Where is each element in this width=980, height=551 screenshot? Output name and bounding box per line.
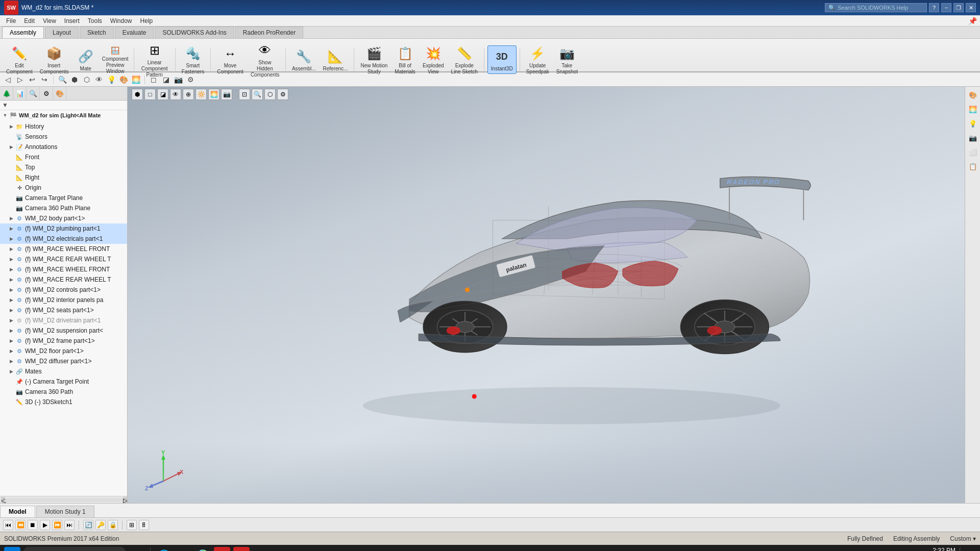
tree-item-plumbing[interactable]: ▶ ⚙ (f) WM_D2 plumbing part<1 — [0, 223, 127, 234]
tree-item-origin[interactable]: ✛ Origin — [0, 183, 127, 193]
drive-expand[interactable]: ▶ — [8, 317, 14, 323]
anim-key[interactable]: 🔑 — [95, 520, 106, 530]
show-hidden-button[interactable]: 👁 Show HiddenComponents — [248, 40, 282, 80]
render-mode-btn[interactable]: 🔆 — [195, 89, 207, 100]
update-speedpak-button[interactable]: ⚡ UpdateSpeedpak — [523, 43, 552, 77]
tree-item-cam-360-path[interactable]: 📷 Camera 360 Path — [0, 387, 127, 397]
taskbar-explorer[interactable]: 📁 — [175, 547, 191, 551]
menu-view[interactable]: View — [39, 16, 60, 26]
config-tab[interactable]: ⚙ — [40, 87, 53, 100]
close-button[interactable]: ✕ — [966, 3, 976, 12]
sk-expand[interactable] — [8, 399, 14, 405]
scene-btn-rt[interactable]: 🌅 — [967, 103, 979, 115]
taskbar-clock[interactable]: 2:32 PM 1/9/2017 — [932, 547, 955, 551]
taskbar-network[interactable]: 📶 — [891, 547, 907, 551]
ctp-expand[interactable] — [8, 379, 14, 385]
model-tab[interactable]: Model — [0, 506, 35, 517]
tree-item-sensors[interactable]: 📡 Sensors — [0, 132, 127, 142]
appearance-btn[interactable]: 🎨 — [118, 74, 129, 85]
viewport[interactable]: ⬢ □ ◪ 👁 ⊕ 🔆 🌅 📷 ⊡ 🔍 ⬡ ⚙ — [128, 87, 965, 503]
tab-solidworks-addins[interactable]: SOLIDWORKS Add-Ins — [155, 27, 234, 38]
scene-bg-btn[interactable]: 🌅 — [208, 89, 219, 100]
scroll-right[interactable]: ▷ — [123, 497, 127, 503]
instant3d-button[interactable]: 3D Instant3D — [487, 45, 517, 74]
display-style[interactable]: ⬡ — [81, 74, 92, 85]
appearances-btn[interactable]: 🎨 — [967, 89, 979, 101]
tree-item-electricals[interactable]: ▶ ⚙ (f) WM_D2 electricals part<1 — [0, 234, 127, 244]
show-desktop[interactable]: ▏ — [960, 547, 976, 551]
taskbar-chrome[interactable]: 🌍 — [194, 547, 211, 551]
tree-item-wheel-front1[interactable]: ▶ ⚙ (f) WM_RACE WHEEL FRONT — [0, 244, 127, 254]
cmd-redo[interactable]: ↪ — [39, 74, 50, 85]
bill-of-materials-button[interactable]: 📋 Bill ofMaterials — [391, 43, 419, 77]
mate-button[interactable]: 🔗 Mate — [72, 46, 99, 73]
seats-expand[interactable]: ▶ — [8, 307, 14, 313]
tree-item-drivetrain[interactable]: ▶ ⚙ (f) WM_D2 drivetrain part<1 — [0, 315, 127, 325]
lighting[interactable]: 💡 — [106, 74, 117, 85]
smart-fasteners-button[interactable]: 🔩 SmartFasteners — [179, 43, 207, 77]
menu-insert[interactable]: Insert — [60, 16, 84, 26]
menu-file[interactable]: File — [2, 16, 20, 26]
task-pane-btn[interactable]: 📋 — [967, 160, 979, 172]
menu-tools[interactable]: Tools — [84, 16, 106, 26]
new-motion-study-button[interactable]: 🎬 New MotionStudy — [357, 43, 390, 77]
scroll-track[interactable] — [5, 498, 123, 502]
reference-geometry-button[interactable]: 📐 Referenc... — [320, 46, 351, 73]
cmd-back[interactable]: ◁ — [2, 74, 13, 85]
tree-item-frame[interactable]: ▶ ⚙ (f) WM_D2 frame part<1> — [0, 336, 127, 346]
h-scrollbar[interactable]: ◁ ▷ — [0, 496, 127, 503]
display-pane-btn[interactable]: ⬜ — [967, 146, 979, 158]
settings-view-btn[interactable]: ⚙ — [277, 89, 288, 100]
right-expand[interactable] — [8, 174, 14, 181]
edit-component-button[interactable]: ✏️ EditComponent — [3, 43, 36, 77]
anim-end[interactable]: ⏭ — [64, 520, 75, 530]
cam-360-expand[interactable] — [8, 205, 14, 211]
minimize-button[interactable]: − — [941, 3, 951, 12]
annotations-expand[interactable]: ▶ — [8, 144, 14, 150]
sensors-expand[interactable] — [8, 134, 14, 140]
tab-radeon-prorender[interactable]: Radeon ProRender — [235, 27, 303, 38]
wr2-expand[interactable]: ▶ — [8, 277, 14, 283]
taskbar-sw1[interactable]: SW — [214, 547, 230, 551]
menu-window[interactable]: Window — [106, 16, 136, 26]
tab-assembly[interactable]: Assembly — [2, 27, 44, 38]
cmd-forward[interactable]: ▷ — [14, 74, 26, 85]
wf1-expand[interactable]: ▶ — [8, 246, 14, 252]
tree-item-wheel-front2[interactable]: ▶ ⚙ (f) WM_RACE WHEEL FRONT — [0, 264, 127, 274]
root-expand[interactable]: ▼ — [2, 112, 8, 118]
property-tab[interactable]: 📊 — [13, 87, 27, 100]
zoom-to-fit-btn[interactable]: ⊡ — [239, 89, 250, 100]
elec-expand[interactable]: ▶ — [8, 236, 14, 242]
restore-button[interactable]: ❐ — [953, 3, 964, 12]
search-taskbar[interactable]: 🔍 Search — [23, 547, 126, 551]
cam-target-expand[interactable] — [8, 195, 14, 201]
status-config[interactable]: Custom ▾ — [950, 535, 976, 542]
search-tab[interactable]: 🔍 — [27, 87, 40, 100]
tree-item-front[interactable]: 📐 Front — [0, 152, 127, 162]
zoom-in-btn[interactable]: 🔍 — [252, 89, 263, 100]
settings-btn[interactable]: ⚙ — [185, 74, 196, 85]
wr1-expand[interactable]: ▶ — [8, 256, 14, 262]
assembly-features-button[interactable]: 🔧 Assembl... — [289, 46, 319, 73]
exploded-view-button[interactable]: 💥 ExplodedView — [420, 43, 447, 77]
section-view-btn[interactable]: ◪ — [157, 89, 168, 100]
scene-btn[interactable]: 🌅 — [130, 74, 141, 85]
anim-play[interactable]: ▶ — [40, 520, 50, 530]
tree-root[interactable]: ▼ 🏁 WM_d2 for sim (Light<All Mate — [0, 110, 127, 120]
tree-item-annotations[interactable]: ▶ 📝 Annotations — [0, 142, 127, 152]
tree-item-history[interactable]: ▶ 📁 History — [0, 121, 127, 132]
lights-btn[interactable]: 💡 — [967, 117, 979, 130]
display-mode-btn[interactable]: □ — [144, 89, 156, 100]
diff-expand[interactable]: ▶ — [8, 358, 14, 364]
hide-show[interactable]: 👁 — [93, 74, 105, 85]
tree-item-seats[interactable]: ▶ ⚙ (f) WM_D2 seats part<1> — [0, 305, 127, 315]
anim-prev-frame[interactable]: ⏪ — [15, 520, 26, 530]
anim-next-frame[interactable]: ⏩ — [52, 520, 62, 530]
ctrl-expand[interactable]: ▶ — [8, 287, 14, 293]
c360-expand[interactable] — [8, 389, 14, 395]
scroll-left[interactable]: ◁ — [1, 497, 5, 503]
cmd-undo[interactable]: ↩ — [27, 74, 38, 85]
tree-item-3dsketch[interactable]: ✏️ 3D (-) 3DSketch1 — [0, 397, 127, 407]
tab-layout[interactable]: Layout — [45, 27, 79, 38]
camera-btn-rt[interactable]: 📷 — [967, 132, 979, 144]
